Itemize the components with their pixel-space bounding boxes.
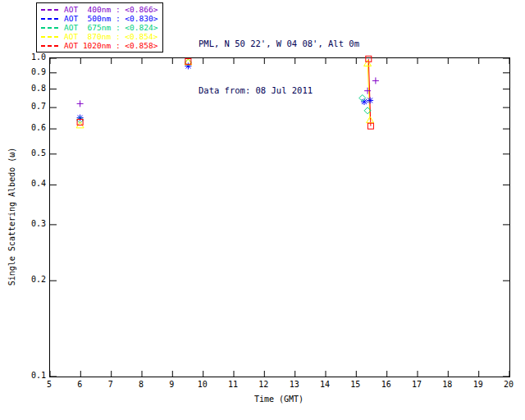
y-tick-label: 0.7	[15, 102, 46, 111]
y-tick-label: 0.9	[15, 67, 46, 76]
y-tick-label: 0.2	[15, 275, 46, 284]
y-tick-label: 0.1	[15, 371, 46, 380]
legend-entry-label: AOT 675nm : <0.824>	[64, 23, 158, 32]
legend-entry-label: AOT 400nm : <0.866>	[64, 5, 158, 14]
legend-dash-line-icon	[41, 36, 59, 38]
legend-entry-label: AOT 1020nm : <0.858>	[64, 41, 158, 50]
x-tick-label: 11	[221, 380, 245, 389]
legend-entry: AOT 675nm : <0.824>	[41, 23, 158, 32]
legend-entry: AOT 870nm : <0.854>	[41, 32, 158, 41]
x-tick-label: 15	[343, 380, 368, 389]
y-tick-label: 1.0	[15, 52, 46, 62]
x-tick-label: 17	[404, 380, 429, 389]
legend-entry: AOT 1020nm : <0.858>	[41, 41, 158, 50]
y-tick-label: 0.5	[15, 148, 46, 158]
x-tick-label: 19	[466, 380, 491, 389]
legend-dash-line-icon	[41, 18, 59, 20]
x-axis-title: Time (GMT)	[189, 395, 369, 404]
x-tick-label: 5	[37, 380, 62, 389]
x-tick-label: 7	[98, 380, 123, 389]
x-tick-label: 13	[282, 380, 307, 389]
legend-box: AOT 400nm : <0.866>AOT 500nm : <0.830>AO…	[36, 2, 163, 52]
y-tick-label: 0.4	[15, 179, 46, 188]
x-tick-label: 14	[313, 380, 337, 389]
y-tick-label: 0.3	[15, 219, 46, 228]
legend-entry: AOT 400nm : <0.866>	[41, 5, 158, 14]
y-axis-title: Single Scattering Albedo (ω)	[7, 148, 16, 286]
x-tick-label: 20	[496, 380, 521, 389]
plot-page: AOT 400nm : <0.866>AOT 500nm : <0.830>AO…	[0, 0, 525, 420]
x-tick-label: 9	[159, 380, 184, 389]
x-tick-label: 6	[67, 380, 92, 389]
legend-entry: AOT 500nm : <0.830>	[41, 14, 158, 23]
x-tick-label: 16	[374, 380, 399, 389]
y-tick-label: 0.8	[15, 84, 46, 93]
legend-dash-line-icon	[41, 45, 59, 47]
station-title: PML, N 50 22', W 04 08', Alt 0m	[199, 36, 359, 52]
y-tick-label: 0.6	[15, 123, 46, 132]
legend-entry-label: AOT 870nm : <0.854>	[64, 32, 158, 41]
plot-area	[49, 57, 510, 377]
x-tick-label: 10	[190, 380, 215, 389]
legend-dash-line-icon	[41, 27, 59, 29]
x-tick-label: 18	[435, 380, 459, 389]
legend-dash-line-icon	[41, 9, 59, 11]
chart-canvas	[50, 58, 509, 377]
x-tick-label: 12	[251, 380, 276, 389]
legend-entry-label: AOT 500nm : <0.830>	[64, 14, 158, 23]
x-tick-label: 8	[129, 380, 153, 389]
